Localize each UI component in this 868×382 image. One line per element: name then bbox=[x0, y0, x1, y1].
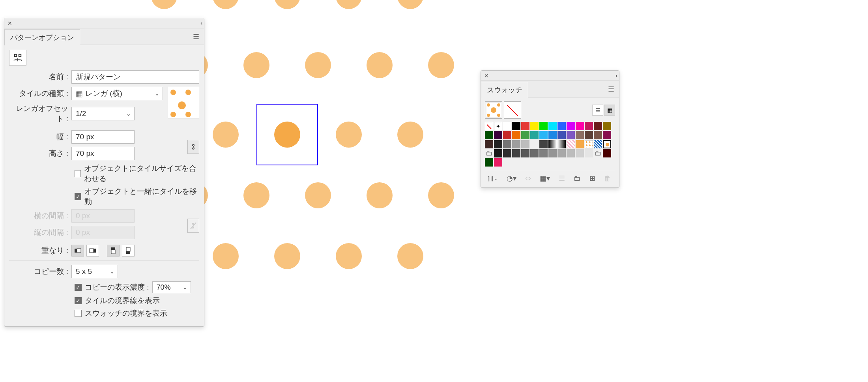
tile-type-select[interactable]: ▦ レンガ (横) ⌄ bbox=[71, 87, 163, 100]
swatch-cell[interactable] bbox=[530, 131, 539, 139]
pattern-swatch-current[interactable] bbox=[603, 140, 611, 148]
swatch-cell[interactable] bbox=[539, 131, 548, 139]
pattern-tile-tool-button[interactable] bbox=[9, 50, 26, 66]
swatch-cell[interactable] bbox=[512, 149, 520, 157]
v-spacing-label: 縦の間隔 : bbox=[9, 227, 71, 238]
swatch-cell[interactable] bbox=[494, 131, 502, 139]
swatch-cell[interactable] bbox=[485, 158, 493, 167]
pattern-swatch[interactable] bbox=[594, 140, 602, 148]
swatch-cell[interactable] bbox=[557, 149, 566, 157]
swatch-cell[interactable] bbox=[521, 140, 529, 148]
show-tile-edge-checkbox[interactable]: ✓ bbox=[75, 297, 82, 304]
swatch-cell[interactable] bbox=[503, 131, 511, 139]
swatch-cell[interactable] bbox=[594, 131, 602, 139]
swatch-cell[interactable] bbox=[539, 122, 548, 130]
swatch-cell[interactable] bbox=[539, 149, 548, 157]
swatch-cell[interactable] bbox=[512, 122, 520, 130]
swatch-cell[interactable] bbox=[485, 131, 493, 139]
swatch-cell[interactable] bbox=[603, 122, 611, 130]
swatch-cell[interactable] bbox=[521, 122, 529, 130]
swatch-cell[interactable] bbox=[530, 149, 539, 157]
swatches-bottom-toolbar: ⫿⫿◟ ◔▾ ⇔ ▦▾ ☰ 🗀 ⊞ 🗑 bbox=[485, 170, 615, 185]
close-icon[interactable]: ✕ bbox=[7, 20, 12, 26]
swatch-cell[interactable] bbox=[576, 122, 584, 130]
swatch-cell[interactable] bbox=[548, 131, 557, 139]
collapse-icon[interactable]: ‹‹ bbox=[615, 73, 616, 79]
width-input[interactable] bbox=[71, 130, 135, 144]
swatch-cell[interactable] bbox=[503, 140, 511, 148]
panel-titlebar[interactable]: ✕ ‹‹ bbox=[481, 71, 619, 81]
dim-copies-select[interactable]: 70% ⌄ bbox=[152, 281, 191, 293]
swatch-cell[interactable] bbox=[585, 131, 593, 139]
swatch-cell[interactable] bbox=[603, 149, 611, 157]
swatch-cell[interactable] bbox=[503, 122, 511, 130]
swatch-cell[interactable] bbox=[485, 140, 493, 148]
swatch-cell[interactable] bbox=[548, 149, 557, 157]
swatch-cell[interactable] bbox=[494, 158, 502, 167]
current-fill-swatch[interactable] bbox=[485, 101, 502, 119]
size-to-art-checkbox[interactable] bbox=[75, 170, 81, 177]
gradient-swatch[interactable] bbox=[557, 140, 566, 148]
panel-titlebar[interactable]: ✕ ‹‹ bbox=[4, 18, 204, 28]
grid-view-button[interactable]: ▦ bbox=[604, 105, 615, 116]
chevron-down-icon: ⌄ bbox=[183, 284, 187, 290]
swatch-cell[interactable] bbox=[539, 140, 548, 148]
overlap-left-front-button[interactable] bbox=[71, 245, 84, 257]
swatch-cell[interactable] bbox=[512, 140, 520, 148]
tile-bounding-box[interactable] bbox=[256, 104, 318, 165]
swatch-cell[interactable] bbox=[567, 122, 575, 130]
swatch-cell[interactable] bbox=[503, 149, 511, 157]
name-input[interactable] bbox=[71, 70, 199, 84]
none-swatch[interactable] bbox=[485, 122, 493, 130]
panel-menu-icon[interactable]: ☰ bbox=[608, 85, 614, 94]
show-tile-edge-label: タイルの境界線を表示 bbox=[85, 296, 160, 306]
swatch-cell[interactable] bbox=[494, 140, 502, 148]
pattern-swatch[interactable] bbox=[585, 140, 593, 148]
show-swatch-bounds-checkbox[interactable] bbox=[75, 310, 82, 317]
overlap-right-front-button[interactable] bbox=[86, 245, 99, 257]
swatch-cell[interactable] bbox=[585, 149, 593, 157]
dim-copies-checkbox[interactable]: ✓ bbox=[75, 284, 82, 291]
gradient-swatch[interactable] bbox=[548, 140, 557, 148]
swatch-cell[interactable] bbox=[576, 149, 584, 157]
swatch-cell[interactable] bbox=[557, 122, 566, 130]
swatch-cell[interactable] bbox=[576, 131, 584, 139]
copies-select[interactable]: 5 x 5 ⌄ bbox=[71, 265, 118, 278]
swatch-cell[interactable] bbox=[567, 131, 575, 139]
pattern-swatch[interactable] bbox=[567, 140, 575, 148]
swatch-cell[interactable] bbox=[585, 122, 593, 130]
swatch-cell[interactable] bbox=[567, 149, 575, 157]
swatch-cell[interactable] bbox=[512, 131, 520, 139]
overlap-bottom-front-button[interactable] bbox=[122, 245, 135, 257]
color-group-folder-icon[interactable]: 🗀 bbox=[485, 149, 493, 157]
overlap-top-front-button[interactable] bbox=[107, 245, 120, 257]
panel-menu-icon[interactable]: ☰ bbox=[193, 32, 199, 41]
swatch-kinds-icon[interactable]: ◔▾ bbox=[507, 174, 516, 183]
swatch-cell[interactable] bbox=[530, 122, 539, 130]
swatch-cell[interactable] bbox=[603, 131, 611, 139]
new-swatch-icon[interactable]: ⊞ bbox=[589, 174, 595, 183]
new-color-group-icon[interactable]: ▦▾ bbox=[540, 174, 550, 183]
current-stroke-swatch[interactable] bbox=[504, 101, 521, 119]
link-dimensions-button[interactable] bbox=[187, 140, 199, 154]
color-group-folder-icon[interactable]: 🗀 bbox=[594, 149, 602, 157]
collapse-icon[interactable]: ‹‹ bbox=[200, 20, 201, 26]
pattern-swatch-solid[interactable] bbox=[576, 140, 584, 148]
height-input[interactable] bbox=[71, 147, 135, 160]
folder-icon[interactable]: 🗀 bbox=[574, 174, 581, 183]
swatch-cell[interactable] bbox=[521, 149, 529, 157]
close-icon[interactable]: ✕ bbox=[484, 73, 489, 79]
registration-swatch[interactable]: ✦ bbox=[494, 122, 502, 130]
swatch-cell[interactable] bbox=[494, 149, 502, 157]
swatch-cell[interactable] bbox=[557, 131, 566, 139]
tab-pattern-options[interactable]: パターンオプション bbox=[4, 29, 80, 45]
swatch-cell[interactable] bbox=[521, 131, 529, 139]
swatch-libraries-icon[interactable]: ⫿⫿◟ bbox=[487, 174, 498, 183]
tab-swatches[interactable]: スウォッチ bbox=[481, 82, 528, 98]
list-view-button[interactable]: ☰ bbox=[592, 105, 603, 116]
swatch-cell[interactable] bbox=[548, 122, 557, 130]
brick-offset-select[interactable]: 1/2 ⌄ bbox=[71, 107, 135, 120]
move-with-art-checkbox[interactable]: ✓ bbox=[75, 193, 81, 200]
swatch-cell[interactable] bbox=[594, 122, 602, 130]
swatch-cell[interactable] bbox=[530, 140, 539, 148]
